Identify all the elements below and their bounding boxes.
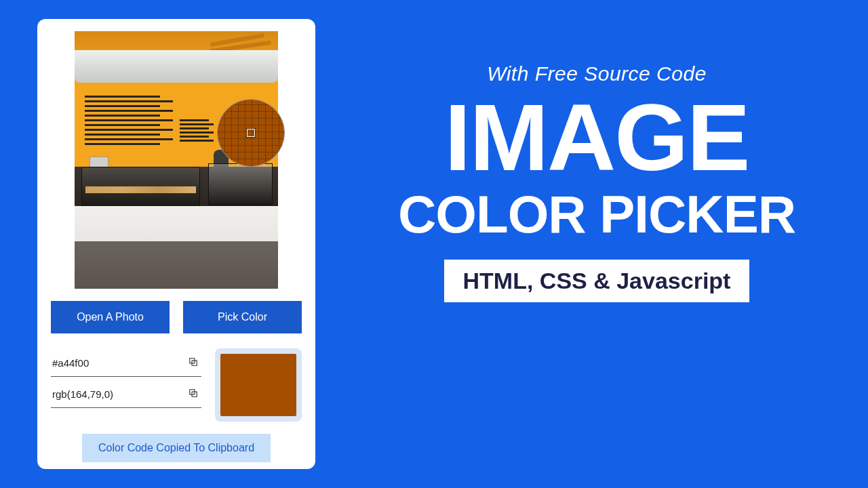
swatch-container <box>215 348 302 422</box>
color-codes <box>51 348 201 422</box>
hero-title-line2: COLOR PICKER <box>373 188 821 241</box>
eyedropper-magnifier[interactable] <box>217 99 285 167</box>
hero-title-line1: IMAGE <box>373 91 821 184</box>
hero-text: With Free Source Code IMAGE COLOR PICKER… <box>373 62 821 302</box>
hex-input[interactable] <box>52 357 181 369</box>
copy-icon <box>188 357 199 367</box>
copy-rgb-button[interactable] <box>186 386 200 402</box>
photo-preview[interactable] <box>75 31 278 289</box>
hero-tech-tag: HTML, CSS & Javascript <box>444 260 750 302</box>
pick-color-button[interactable]: Pick Color <box>183 301 302 333</box>
hero-subtitle: With Free Source Code <box>373 62 821 85</box>
open-photo-button[interactable]: Open A Photo <box>51 301 170 333</box>
copy-hex-button[interactable] <box>186 355 200 371</box>
button-row: Open A Photo Pick Color <box>51 301 302 333</box>
copy-icon <box>188 388 199 399</box>
rgb-input[interactable] <box>52 388 181 400</box>
color-picker-card: Open A Photo Pick Color <box>37 19 315 469</box>
picked-color-swatch <box>220 354 296 416</box>
result-row <box>51 348 302 422</box>
copied-toast: Color Code Copied To Clipboard <box>82 434 271 462</box>
rgb-field-row <box>51 382 201 408</box>
hex-field-row <box>51 351 201 377</box>
